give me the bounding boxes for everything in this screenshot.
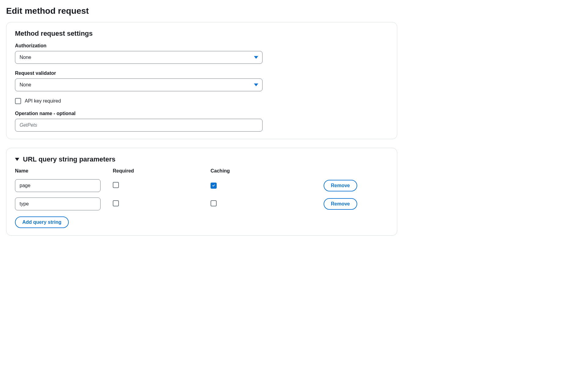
param-name-input[interactable] bbox=[15, 179, 101, 192]
column-header-caching: Caching bbox=[211, 168, 302, 174]
remove-button[interactable]: Remove bbox=[324, 180, 357, 191]
column-header-required: Required bbox=[113, 168, 204, 174]
add-query-string-button[interactable]: Add query string bbox=[15, 216, 69, 228]
param-caching-checkbox[interactable] bbox=[211, 200, 217, 206]
api-key-required-label: API key required bbox=[25, 98, 61, 104]
caching-cell bbox=[211, 183, 302, 189]
request-validator-value: None bbox=[20, 82, 31, 88]
add-query-string-wrapper: Add query string bbox=[15, 216, 388, 228]
method-request-settings-panel: Method request settings Authorization No… bbox=[6, 22, 397, 139]
page-title: Edit method request bbox=[6, 6, 574, 16]
param-required-checkbox[interactable] bbox=[113, 200, 119, 206]
url-query-string-parameters-panel: URL query string parameters Name Require… bbox=[6, 148, 397, 236]
remove-cell: Remove bbox=[308, 198, 357, 210]
caret-down-icon bbox=[15, 158, 19, 161]
remove-cell: Remove bbox=[308, 180, 357, 191]
authorization-field: Authorization None bbox=[15, 43, 388, 64]
operation-name-label: Operation name - optional bbox=[15, 111, 388, 116]
table-row bbox=[15, 198, 107, 210]
api-key-required-checkbox[interactable] bbox=[15, 98, 21, 104]
request-validator-label: Request validator bbox=[15, 71, 388, 76]
api-key-required-field: API key required bbox=[15, 98, 388, 104]
request-validator-select[interactable]: None bbox=[15, 78, 262, 91]
operation-name-field: Operation name - optional bbox=[15, 111, 388, 132]
caching-cell bbox=[211, 200, 302, 208]
query-params-grid: Name Required Caching Remove Remove bbox=[15, 168, 388, 210]
query-params-toggle[interactable]: URL query string parameters bbox=[15, 155, 388, 163]
column-header-name: Name bbox=[15, 168, 107, 174]
authorization-label: Authorization bbox=[15, 43, 388, 49]
operation-name-input[interactable] bbox=[15, 119, 262, 132]
table-row bbox=[15, 179, 107, 192]
param-required-checkbox[interactable] bbox=[113, 182, 119, 188]
check-icon bbox=[211, 183, 216, 188]
request-validator-field: Request validator None bbox=[15, 71, 388, 91]
authorization-select[interactable]: None bbox=[15, 51, 262, 64]
settings-panel-title: Method request settings bbox=[15, 30, 388, 38]
remove-button[interactable]: Remove bbox=[324, 198, 357, 210]
param-name-input[interactable] bbox=[15, 198, 101, 210]
required-cell bbox=[113, 182, 204, 189]
query-params-title: URL query string parameters bbox=[23, 155, 116, 163]
authorization-value: None bbox=[20, 55, 31, 60]
param-caching-checkbox[interactable] bbox=[211, 183, 217, 189]
required-cell bbox=[113, 200, 204, 208]
